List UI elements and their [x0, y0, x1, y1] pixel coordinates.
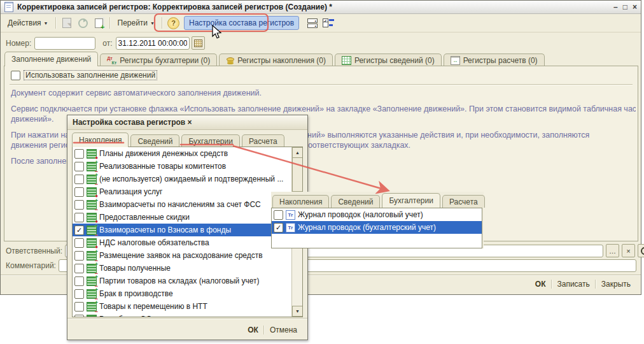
ti-dtkt-icon	[107, 56, 116, 65]
register-item[interactable]: Брак в производстве	[73, 287, 292, 300]
register-item[interactable]: Товары полученные	[73, 262, 292, 275]
number-input[interactable]	[34, 37, 95, 50]
item-checkbox[interactable]	[74, 315, 84, 318]
accum-turnover-icon	[87, 187, 97, 197]
dialog-close-button[interactable]: ×	[186, 118, 303, 127]
accum-balance-icon	[87, 175, 97, 184]
register-item[interactable]: Товары к перемещению в НТТ	[73, 300, 292, 313]
clear-button[interactable]: ×	[622, 244, 635, 257]
item-checkbox[interactable]	[74, 276, 84, 286]
main-tab-strip: Заполнение движений Регистры бухгалтерии…	[4, 52, 545, 66]
popup-tab-1[interactable]: Сведений	[331, 195, 380, 208]
popup-tab-3[interactable]: Расчета	[442, 195, 485, 208]
accum-balance-icon	[87, 302, 97, 312]
magnifier-icon	[641, 247, 644, 255]
dropdown-arrow-icon: ▼	[44, 21, 48, 25]
item-checkbox[interactable]	[74, 162, 84, 171]
register-item[interactable]: Реализованные товары комитентов	[73, 160, 292, 173]
scroll-down-button[interactable]: ▼	[292, 306, 303, 317]
item-checkbox[interactable]	[274, 210, 283, 220]
register-item[interactable]: ✓ Взаиморасчеты по Взносам в фонды	[73, 224, 292, 236]
accum-turnover-icon	[87, 149, 97, 159]
register-item[interactable]: Взаиморасчеты по начислениям за счет ФСС	[73, 198, 292, 211]
item-checkbox[interactable]	[74, 289, 84, 299]
item-checkbox[interactable]	[74, 251, 84, 261]
date-from-label: от:	[102, 39, 112, 48]
number-label: Номер:	[6, 39, 31, 48]
accum-turnover-icon	[87, 315, 97, 318]
ellipsis-button[interactable]: …	[606, 244, 619, 257]
close-form-button[interactable]: Закрыть	[596, 278, 636, 290]
register-item[interactable]: Выработка ОС	[73, 313, 292, 317]
table-settings-button[interactable]	[304, 15, 320, 31]
use-movements-checkbox[interactable]	[11, 71, 20, 80]
item-checkbox[interactable]	[74, 149, 84, 159]
refresh-icon	[78, 18, 88, 28]
window-title: Корректировка записей регистров: Коррект…	[17, 3, 610, 11]
dialog-buttons: ОК Отмена	[242, 324, 302, 336]
scroll-thumb[interactable]	[292, 157, 303, 192]
maximize-button[interactable]: □	[623, 3, 627, 11]
tab-registry-nakopleniya[interactable]: Регистры накопления (0)	[219, 54, 333, 66]
register-item[interactable]: Партии товаров на складах (налоговый уче…	[73, 275, 292, 287]
register-settings-button[interactable]: Настройка состава регистров	[184, 16, 299, 30]
scroll-up-button[interactable]: ▲	[292, 147, 303, 158]
search-button[interactable]	[638, 244, 644, 257]
register-item[interactable]: Тг Журнал проводок (налоговый учет)	[272, 208, 482, 221]
register-item[interactable]: НДС налоговые обязательства	[73, 236, 292, 249]
dialog-ok-button[interactable]: ОК	[242, 324, 263, 336]
calendar-button[interactable]	[192, 36, 205, 50]
actions-button[interactable]: Действия ▼	[3, 16, 53, 30]
register-item[interactable]: Размещение заявок на расходование средст…	[73, 249, 292, 262]
popup-tab-2[interactable]: Бухгалтерии	[382, 193, 440, 208]
accum-turnover-icon	[87, 213, 97, 222]
goto-button[interactable]: Перейти ▼	[113, 16, 160, 30]
dialog-title-bar: Настройка состава регистров ×	[67, 115, 307, 130]
item-checkbox[interactable]	[74, 213, 84, 222]
accounting-register-icon: Тг	[286, 223, 295, 233]
tab-registry-svedeniy[interactable]: Регистры сведений (0)	[335, 54, 442, 66]
register-item[interactable]: Планы движения денежных средств	[73, 147, 292, 160]
item-checkbox[interactable]	[74, 200, 84, 210]
footer-buttons: ОКЗаписатьЗакрыть	[530, 278, 636, 290]
minimize-button[interactable]: –	[613, 3, 618, 11]
tab-registry-rascheta[interactable]: Регистры расчетв (0)	[444, 54, 545, 66]
item-checkbox[interactable]	[74, 238, 84, 248]
register-item[interactable]: Реализация услуг	[73, 185, 292, 198]
item-checkbox[interactable]	[74, 187, 84, 197]
register-items: Планы движения денежных средств Реализов…	[73, 147, 292, 317]
item-checkbox[interactable]	[74, 264, 84, 273]
dialog-tab-3[interactable]: Расчета	[242, 134, 284, 147]
help-button[interactable]: ?	[165, 15, 181, 31]
use-movements-checkbox-label[interactable]: Использовать заполнение движений	[24, 70, 157, 80]
toolbar-separator	[55, 17, 57, 29]
tab-zapolnenie-dvizheniy[interactable]: Заполнение движений	[4, 52, 98, 66]
item-checkbox[interactable]: ✓	[274, 223, 283, 233]
accounting-register-icon: Тг	[286, 210, 295, 220]
save-button[interactable]: Записать	[552, 278, 595, 290]
item-checkbox[interactable]: ✓	[74, 226, 84, 235]
set-flags-button[interactable]: ✓	[320, 15, 336, 31]
accum-turnover-icon	[87, 238, 97, 248]
dialog-tab-1[interactable]: Сведений	[130, 134, 179, 147]
date-input[interactable]	[116, 37, 190, 50]
register-item[interactable]: ✓ Тг Журнал проводок (бухгалтерский учет…	[272, 221, 482, 234]
accum-balance-icon	[87, 276, 97, 286]
dialog-tab-2[interactable]: Бухгалтерии	[181, 134, 240, 147]
close-button[interactable]: ×	[633, 3, 637, 11]
item-checkbox[interactable]	[74, 175, 84, 184]
popup-tab-strip: Накопления Сведений Бухгалтерии Расчета	[271, 193, 484, 208]
post-document-button[interactable]	[59, 15, 75, 31]
register-item[interactable]: Предоставленные скидки	[73, 211, 292, 224]
dialog-tab-0[interactable]: Накопления	[72, 133, 129, 147]
popup-tab-0[interactable]: Накопления	[272, 195, 329, 208]
register-item[interactable]: (не используется) ожидаемый и подтвержде…	[73, 173, 292, 185]
copy-add-button[interactable]	[91, 15, 107, 31]
ok-button[interactable]: ОК	[530, 278, 551, 290]
tab-registry-buhgalterii[interactable]: Регистры бухгалтерии (0)	[100, 54, 217, 66]
post-document-icon	[62, 18, 71, 28]
dialog-cancel-button[interactable]: Отмена	[265, 324, 302, 336]
refresh-button[interactable]	[75, 15, 91, 31]
toolbar: Действия ▼ Перейти ▼ ? Настройка состава…	[1, 14, 641, 32]
item-checkbox[interactable]	[74, 302, 84, 312]
